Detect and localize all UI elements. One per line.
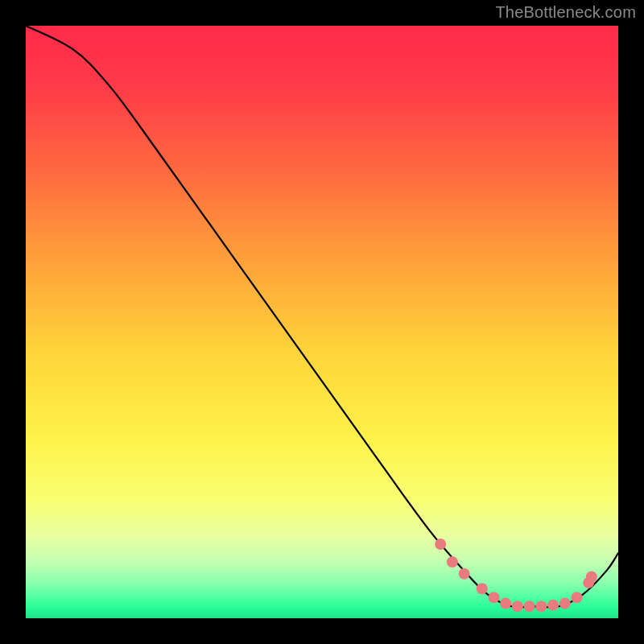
curve-dot — [571, 592, 582, 603]
curve-dot — [435, 539, 446, 550]
watermark-text: TheBottleneck.com — [495, 3, 636, 22]
curve-dot — [524, 601, 535, 612]
curve-dot — [500, 598, 511, 609]
chart-svg — [26, 26, 618, 618]
curve-dot — [512, 601, 523, 612]
curve-dot — [559, 598, 571, 609]
gradient-background — [26, 26, 618, 618]
curve-dot — [586, 571, 597, 582]
chart-stage: TheBottleneck.com — [0, 0, 644, 644]
curve-dot — [547, 600, 559, 611]
curve-dot — [488, 592, 499, 603]
chart-plot-area — [26, 26, 618, 618]
curve-dot — [459, 568, 470, 580]
curve-dot — [477, 583, 488, 594]
curve-dot — [535, 601, 547, 612]
curve-dot — [447, 556, 458, 568]
